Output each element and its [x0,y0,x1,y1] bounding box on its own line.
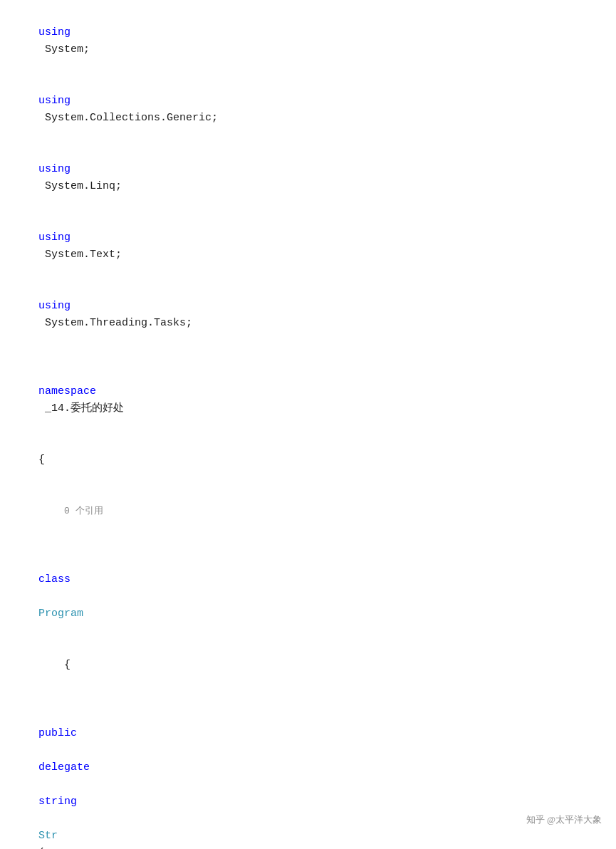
space [38,590,45,603]
keyword-using: using [38,163,71,175]
code-editor: using System; using System.Collections.G… [0,7,616,849]
keyword-using: using [38,300,71,312]
line-using-text: using System.Text; [7,212,609,281]
brace: { [38,454,45,466]
code-text: System.Threading.Tasks; [38,317,192,329]
code-text: System.Text; [38,249,122,261]
keyword-namespace: namespace [38,385,96,397]
keyword-using: using [38,95,71,107]
blank-line [7,349,609,366]
keyword-class: class [38,573,71,585]
code-text: System; [38,43,90,56]
line-brace-open-class: { [7,640,609,691]
keyword-public: public [38,727,77,739]
code-text: System.Collections.Generic; [38,112,218,124]
watermark-text: 知乎 @太平洋大象 [526,813,602,828]
ref-count-class: 0 个引用 [64,506,103,516]
line-using-collections: using System.Collections.Generic; [7,75,609,144]
line-brace-open-ns: { [7,434,609,486]
indent [38,710,90,722]
indent [38,556,64,568]
keyword-string: string [38,796,77,808]
class-name-program: Program [38,608,83,620]
line-delegate: public delegate string Str ( string s); [7,691,609,849]
space [38,778,45,791]
code-text: System.Linq; [38,180,122,192]
namespace-name: _14.委托的好处 [38,402,124,415]
line-using-system: using System; [7,7,609,75]
space [38,744,45,756]
line-class-program: class Program [7,537,609,640]
keyword-delegate: delegate [38,761,90,774]
line-using-tasks: using System.Threading.Tasks; [7,281,609,349]
line-namespace: namespace _14.委托的好处 [7,366,609,434]
keyword-using: using [38,26,71,38]
brace: { [38,659,71,671]
keyword-using: using [38,231,71,244]
line-using-linq: using System.Linq; [7,144,609,212]
space [38,813,45,825]
line-ref-class: 0 个引用 [7,486,609,537]
delegate-type-str: Str [38,830,58,842]
